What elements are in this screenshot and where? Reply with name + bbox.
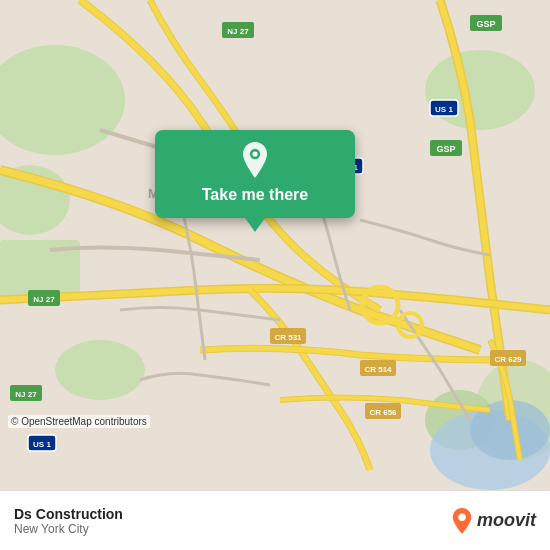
popup-label: Take me there bbox=[202, 186, 308, 204]
svg-point-41 bbox=[252, 151, 257, 156]
osm-credit: © OpenStreetMap contributors bbox=[8, 415, 150, 428]
popup-card[interactable]: Take me there bbox=[155, 130, 355, 218]
svg-text:NJ 27: NJ 27 bbox=[227, 27, 249, 36]
svg-point-5 bbox=[425, 50, 535, 130]
bottom-bar: Ds Construction New York City moovit bbox=[0, 490, 550, 550]
location-info: Ds Construction New York City bbox=[14, 506, 123, 536]
map-container: GSP US 1 GSP NJ 27 US 1 NJ 27 NJ 27 US 1… bbox=[0, 0, 550, 490]
location-subtitle: New York City bbox=[14, 522, 123, 536]
svg-text:GSP: GSP bbox=[476, 19, 495, 29]
svg-point-42 bbox=[458, 513, 465, 520]
svg-text:CR 531: CR 531 bbox=[274, 333, 302, 342]
svg-text:GSP: GSP bbox=[436, 144, 455, 154]
svg-text:CR 656: CR 656 bbox=[369, 408, 397, 417]
location-title: Ds Construction bbox=[14, 506, 123, 522]
svg-point-4 bbox=[55, 340, 145, 400]
svg-text:US 1: US 1 bbox=[33, 440, 51, 449]
svg-text:NJ 27: NJ 27 bbox=[33, 295, 55, 304]
svg-text:CR 514: CR 514 bbox=[364, 365, 392, 374]
svg-text:NJ 27: NJ 27 bbox=[15, 390, 37, 399]
moovit-text: moovit bbox=[477, 510, 536, 531]
moovit-logo: moovit bbox=[451, 508, 536, 534]
svg-text:US 1: US 1 bbox=[435, 105, 453, 114]
location-pin-icon bbox=[237, 142, 273, 178]
moovit-pin-icon bbox=[451, 508, 473, 534]
svg-text:CR 629: CR 629 bbox=[494, 355, 522, 364]
